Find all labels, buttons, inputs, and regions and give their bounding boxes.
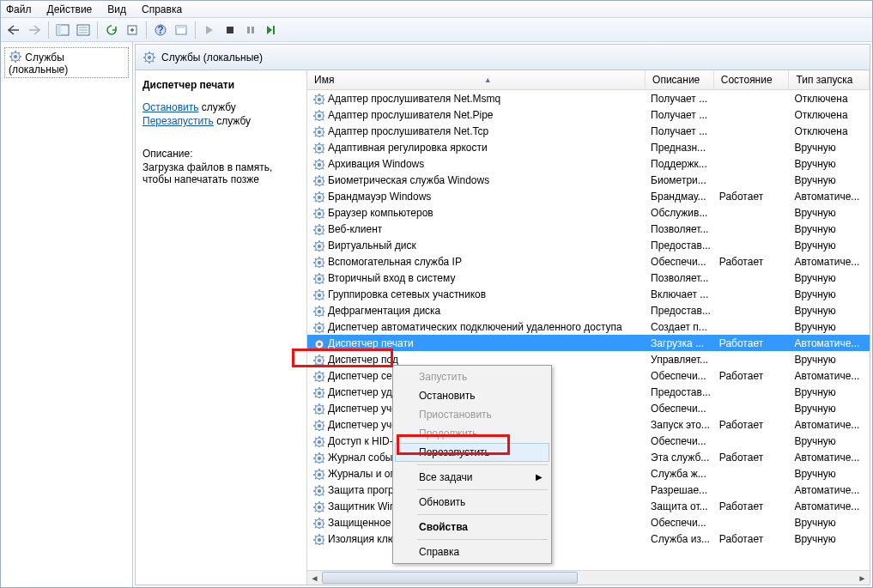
view-button[interactable]: [172, 21, 191, 39]
gear-icon: [312, 468, 324, 480]
restart-button[interactable]: [262, 21, 281, 39]
menu-file[interactable]: Файл: [6, 3, 32, 15]
service-row[interactable]: Группировка сетевых участниковВключает .…: [307, 286, 870, 302]
menu-action[interactable]: Действие: [47, 3, 93, 15]
service-row[interactable]: Браузер компьютеровОбслужив...Вручную: [307, 204, 870, 221]
service-state: Работает: [714, 533, 790, 545]
horizontal-scrollbar[interactable]: ◄ ►: [307, 570, 870, 585]
cm-help[interactable]: Справка: [395, 543, 549, 561]
service-start-type: Автоматиче...: [789, 419, 870, 431]
gear-icon: [312, 223, 324, 235]
service-description: Получает ...: [646, 93, 714, 105]
gear-icon: [142, 51, 156, 64]
service-row[interactable]: Виртуальный дискПредостав...Вручную: [307, 237, 870, 253]
cm-restart[interactable]: Перезапустить: [395, 443, 549, 462]
menu-bar: Файл Действие Вид Справка: [1, 1, 872, 18]
properties-button[interactable]: [74, 21, 93, 39]
service-name: Адаптер прослушивателя Net.Msmq: [328, 93, 500, 105]
service-row[interactable]: Вторичный вход в системуПозволяет...Вруч…: [307, 270, 870, 286]
cm-all-tasks[interactable]: Все задачи▶: [395, 468, 549, 487]
service-start-type: Вручную: [789, 305, 870, 317]
service-name: Веб-клиент: [328, 223, 382, 235]
service-row[interactable]: Дефрагментация дискаПредостав...Вручную: [307, 302, 870, 318]
gear-icon: [312, 354, 324, 366]
service-row[interactable]: Диспетчер автоматических подключений уда…: [307, 318, 870, 335]
service-start-type: Вручную: [789, 288, 870, 300]
service-row[interactable]: Биометрическая служба WindowsБиометри...…: [307, 172, 870, 188]
cm-pause: Приостановить: [395, 405, 549, 424]
service-row[interactable]: Вспомогательная служба IPОбеспечи...Рабо…: [307, 253, 870, 270]
scroll-left-icon[interactable]: ◄: [307, 571, 322, 585]
svg-rect-11: [57, 25, 61, 35]
service-row[interactable]: Адаптер прослушивателя Net.MsmqПолучает …: [307, 90, 870, 106]
service-description: Загрузка ...: [646, 337, 714, 349]
gear-icon: [312, 93, 324, 105]
back-button[interactable]: [4, 21, 23, 39]
menu-view[interactable]: Вид: [107, 3, 126, 15]
gear-icon: [312, 158, 324, 170]
export-button[interactable]: [123, 21, 142, 39]
submenu-arrow-icon: ▶: [536, 472, 543, 482]
service-row[interactable]: Адаптивная регулировка яркостиПредназн..…: [307, 139, 870, 155]
show-hide-tree-button[interactable]: [53, 21, 72, 39]
refresh-button[interactable]: [102, 21, 121, 39]
service-description: Получает ...: [646, 109, 714, 121]
cm-refresh[interactable]: Обновить: [395, 493, 549, 512]
gear-icon: [312, 239, 324, 252]
service-row[interactable]: Диспетчер печатиЗагрузка ...РаботаетАвто…: [307, 335, 870, 351]
service-row[interactable]: Брандмауэр WindowsБрандмау...РаботаетАвт…: [307, 188, 870, 204]
service-description: Предназн...: [646, 142, 714, 154]
service-row[interactable]: Адаптер прослушивателя Net.TcpПолучает .…: [307, 123, 870, 139]
service-start-type: Вручную: [789, 468, 870, 480]
description-text: Загрузка файлов в память, чтобы напечата…: [142, 161, 300, 185]
service-description: Поддержк...: [646, 158, 714, 170]
service-row[interactable]: Веб-клиентПозволяет...Вручную: [307, 221, 870, 237]
service-name: Защищенное х: [328, 517, 399, 529]
service-state: Работает: [714, 500, 790, 512]
service-state: Работает: [714, 452, 790, 464]
service-row[interactable]: Адаптер прослушивателя Net.PipeПолучает …: [307, 106, 870, 123]
restart-service-link[interactable]: Перезапустить: [142, 115, 214, 127]
help-button[interactable]: ?: [151, 21, 170, 39]
pause-button[interactable]: [241, 21, 260, 39]
tree-item-services-local[interactable]: Службы (локальные): [4, 47, 129, 78]
service-start-type: Вручную: [789, 158, 870, 170]
stop-button[interactable]: [221, 21, 239, 39]
stop-service-link[interactable]: Остановить: [142, 101, 199, 113]
service-start-type: Отключена: [789, 125, 870, 137]
gear-icon: [312, 125, 324, 137]
service-state: Работает: [714, 191, 790, 203]
play-button[interactable]: [200, 21, 219, 39]
service-start-type: Вручную: [789, 223, 870, 235]
service-name: Группировка сетевых участников: [328, 288, 486, 300]
menu-help[interactable]: Справка: [142, 3, 182, 15]
column-description[interactable]: Описание: [646, 70, 714, 89]
scroll-right-icon[interactable]: ►: [855, 571, 870, 585]
cm-stop[interactable]: Остановить: [395, 386, 549, 405]
gear-icon: [312, 337, 324, 349]
column-name[interactable]: Имя▲: [307, 70, 646, 89]
service-description: Обеспечи...: [646, 435, 714, 447]
service-start-type: Вручную: [789, 533, 870, 545]
service-name: Адаптивная регулировка яркости: [328, 142, 488, 154]
cm-properties[interactable]: Свойства: [395, 518, 549, 536]
service-start-type: Вручную: [789, 207, 870, 219]
selected-service-title: Диспетчер печати: [142, 79, 300, 91]
service-description: Управляет...: [646, 354, 714, 366]
forward-button[interactable]: [25, 21, 44, 39]
service-description: Создает п...: [646, 321, 714, 333]
service-row[interactable]: Архивация WindowsПоддержк...Вручную: [307, 155, 870, 172]
service-name: Виртуальный диск: [328, 239, 416, 252]
service-state: Работает: [714, 370, 790, 382]
gear-icon: [312, 207, 324, 219]
svg-rect-21: [227, 27, 233, 33]
column-start-type[interactable]: Тип запуска: [789, 70, 870, 89]
gear-icon: [312, 288, 324, 300]
service-start-type: Автоматиче...: [789, 256, 870, 268]
gear-icon: [312, 256, 324, 268]
scrollbar-thumb[interactable]: [322, 572, 578, 584]
gear-icon: [312, 109, 324, 121]
column-state[interactable]: Состояние: [714, 70, 790, 89]
service-name: Адаптер прослушивателя Net.Tcp: [328, 125, 488, 137]
service-start-type: Вручную: [789, 174, 870, 186]
